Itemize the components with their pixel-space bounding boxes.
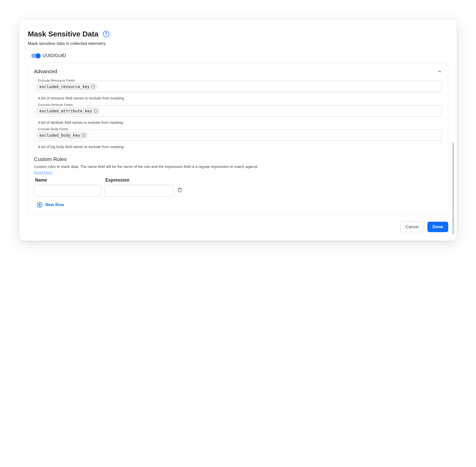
chip-label: excluded_resource_key xyxy=(39,84,89,89)
chevron-up-icon[interactable] xyxy=(437,69,442,74)
exclude-resource-label: Exclude Resource Fields xyxy=(37,79,76,82)
custom-rules-desc: Custom rules to mask data. The name fiel… xyxy=(34,164,442,169)
rule-name-input[interactable] xyxy=(34,185,101,197)
advanced-title: Advanced xyxy=(34,68,57,74)
title-row: Mask Sensitive Data ? xyxy=(28,30,448,38)
toggle-row-uuid: UUID/GUID xyxy=(28,53,448,63)
exclude-attribute-label: Exclude Attribute Fields xyxy=(37,103,74,107)
rule-expression-input[interactable] xyxy=(104,185,174,197)
uuid-toggle-label: UUID/GUID xyxy=(43,53,66,58)
done-button[interactable]: Done xyxy=(427,222,448,232)
dialog-footer: Cancel Done xyxy=(28,222,448,232)
chip-remove-icon[interactable] xyxy=(91,85,95,89)
exclude-body-helper: A list of log body field names to exclud… xyxy=(34,143,442,154)
scroll-region: UUID/GUID Advanced Exclude Resource Fiel… xyxy=(28,53,453,215)
chip-remove-icon[interactable] xyxy=(93,109,98,113)
dialog-header: Mask Sensitive Data ? Mask sensitive dat… xyxy=(28,30,448,46)
trash-icon xyxy=(177,187,182,193)
dialog-card: Mask Sensitive Data ? Mask sensitive dat… xyxy=(19,20,457,241)
chip-label: excluded_body_key xyxy=(39,133,80,138)
exclude-attribute-field: Exclude Attribute Fields excluded_attrib… xyxy=(34,105,442,117)
custom-rules-title: Custom Rules xyxy=(34,156,442,162)
chip-remove-icon[interactable] xyxy=(82,133,86,137)
advanced-header[interactable]: Advanced xyxy=(34,68,442,74)
chip-excluded-body-key: excluded_body_key xyxy=(36,132,88,139)
custom-rules-row: Name Expression xyxy=(34,178,442,197)
dialog-title: Mask Sensitive Data xyxy=(28,30,98,38)
scrollbar-thumb[interactable] xyxy=(452,142,454,234)
rules-name-column: Name xyxy=(34,178,101,197)
exclude-attribute-helper: A list of attribute field names to exclu… xyxy=(34,119,442,129)
exclude-attribute-input[interactable]: excluded_attribute_key xyxy=(34,105,442,117)
cancel-button[interactable]: Cancel xyxy=(400,222,424,232)
exclude-body-label: Exclude Body Fields xyxy=(37,127,69,131)
plus-circle-icon xyxy=(37,202,42,208)
exclude-resource-field: Exclude Resource Fields excluded_resourc… xyxy=(34,81,442,92)
help-icon[interactable]: ? xyxy=(103,31,109,37)
exclude-resource-input[interactable]: excluded_resource_key xyxy=(34,81,442,92)
advanced-section: Advanced Exclude Resource Fields exclude… xyxy=(28,63,448,215)
chip-excluded-attribute-key: excluded_attribute_key xyxy=(36,108,100,114)
chip-label: excluded_attribute_key xyxy=(39,109,92,113)
exclude-resource-helper: A list of resource field names to exclud… xyxy=(34,94,442,105)
rules-name-header: Name xyxy=(34,178,101,183)
read-more-link[interactable]: Read More xyxy=(34,170,52,175)
toggle-knob-icon xyxy=(36,53,41,58)
exclude-body-field: Exclude Body Fields excluded_body_key xyxy=(34,129,442,141)
rules-expression-column: Expression xyxy=(104,178,174,197)
new-row-label: New Row xyxy=(45,202,64,207)
new-row-button[interactable]: New Row xyxy=(34,202,64,208)
dialog-subtitle: Mask sensitive data in collected telemet… xyxy=(28,41,448,46)
chip-excluded-resource-key: excluded_resource_key xyxy=(36,83,97,90)
rules-expression-header: Expression xyxy=(104,178,174,183)
exclude-body-input[interactable]: excluded_body_key xyxy=(34,129,442,141)
delete-row-button[interactable] xyxy=(177,187,182,197)
uuid-toggle[interactable] xyxy=(31,54,40,58)
